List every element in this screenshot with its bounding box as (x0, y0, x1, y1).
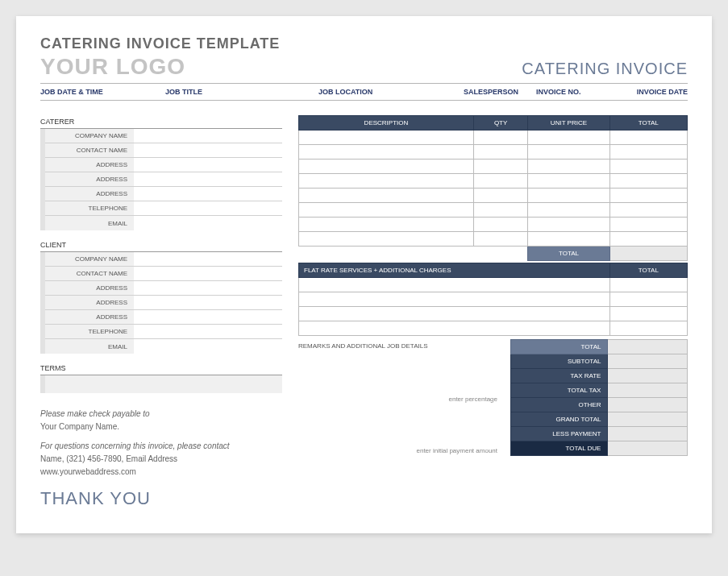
val-total-due[interactable] (608, 441, 688, 456)
val-less-payment[interactable] (608, 427, 688, 441)
client-contact-input[interactable] (134, 267, 282, 280)
col-salesperson: SALESPERSON (464, 88, 536, 96)
caterer-email-input[interactable] (134, 216, 282, 230)
client-contact-row: CONTACT NAME (45, 267, 282, 281)
item-row[interactable] (299, 189, 688, 203)
section-caterer: CATERER (40, 115, 282, 129)
th-qty: QTY (473, 116, 527, 131)
caterer-address3-input[interactable] (134, 187, 282, 201)
item-row[interactable] (299, 232, 688, 247)
th-flat-total: TOTAL (609, 263, 687, 278)
terms-input[interactable] (40, 375, 282, 393)
client-phone-input[interactable] (134, 325, 282, 338)
flat-row[interactable] (299, 321, 688, 336)
client-company-row: COMPANY NAME (45, 252, 282, 267)
flat-row[interactable] (299, 292, 688, 307)
flat-rate-table: FLAT RATE SERVICES + ADDITIONAL CHARGES … (298, 263, 688, 336)
job-header-row: JOB DATE & TIME JOB TITLE JOB LOCATION S… (40, 83, 688, 101)
client-block: COMPANY NAME CONTACT NAME ADDRESS ADDRES… (40, 252, 282, 354)
lbl-total-due: TOTAL DUE (511, 441, 608, 456)
th-description: DESCRIPTION (299, 116, 474, 131)
label-email: EMAIL (45, 220, 134, 227)
label-company: COMPANY NAME (45, 255, 134, 263)
totals-table: TOTAL SUBTOTAL TAX RATE TOTAL TAX OTHER … (510, 339, 688, 456)
th-flat-main: FLAT RATE SERVICES + ADDITIONAL CHARGES (299, 263, 610, 278)
thank-you: THANK YOU (40, 488, 282, 509)
col-invoice-no: INVOICE NO. (536, 88, 617, 96)
remarks-label: REMARKS AND ADDITIONAL JOB DETAILS (298, 342, 502, 350)
hint-percentage: enter percentage (298, 393, 502, 403)
questions-line: For questions concerning this invoice, p… (40, 440, 282, 453)
lbl-subtotal: SUBTOTAL (511, 354, 608, 369)
client-address1-row: ADDRESS (45, 281, 282, 296)
col-job-location: JOB LOCATION (318, 88, 464, 96)
item-row[interactable] (299, 131, 688, 145)
val-other[interactable] (608, 398, 688, 412)
client-address2-input[interactable] (134, 296, 282, 309)
client-address3-row: ADDRESS (45, 310, 282, 325)
caterer-address3-row: ADDRESS (45, 187, 282, 201)
lbl-tax-rate: TAX RATE (511, 369, 608, 383)
val-subtotal[interactable] (608, 354, 688, 369)
val-total-tax[interactable] (608, 383, 688, 398)
label-contact: CONTACT NAME (45, 147, 134, 154)
caterer-company-input[interactable] (134, 129, 282, 143)
payable-company: Your Company Name. (40, 421, 282, 433)
label-address: ADDRESS (45, 284, 134, 292)
th-total: TOTAL (609, 116, 687, 131)
label-telephone: TELEPHONE (45, 205, 134, 212)
caterer-phone-input[interactable] (134, 201, 282, 215)
val-tax-rate[interactable] (608, 369, 688, 383)
item-row[interactable] (299, 218, 688, 232)
section-client: CLIENT (40, 238, 282, 252)
label-address: ADDRESS (45, 190, 134, 197)
client-address1-input[interactable] (134, 281, 282, 295)
hint-payment: enter initial payment amount (298, 445, 502, 454)
col-job-date: JOB DATE & TIME (40, 88, 165, 96)
item-row[interactable] (299, 160, 688, 174)
section-terms: TERMS (40, 362, 282, 375)
flat-row[interactable] (299, 307, 688, 321)
label-company: COMPANY NAME (45, 132, 134, 139)
items-total-label: TOTAL (528, 247, 609, 261)
items-total-row: TOTAL (299, 247, 688, 261)
label-telephone: TELEPHONE (45, 328, 134, 335)
lbl-less-payment: LESS PAYMENT (511, 427, 608, 441)
remarks-column: REMARKS AND ADDITIONAL JOB DETAILS enter… (298, 339, 502, 454)
lbl-total-tax: TOTAL TAX (511, 383, 608, 398)
right-column: DESCRIPTION QTY UNIT PRICE TOTAL (298, 115, 688, 509)
label-contact: CONTACT NAME (45, 270, 134, 277)
caterer-email-row: EMAIL (45, 216, 282, 230)
label-address: ADDRESS (45, 176, 134, 183)
caterer-contact-input[interactable] (134, 143, 282, 157)
flat-row[interactable] (299, 278, 688, 292)
logo-placeholder: YOUR LOGO (40, 54, 185, 80)
client-phone-row: TELEPHONE (45, 325, 282, 339)
client-address3-input[interactable] (134, 310, 282, 324)
val-grand-total[interactable] (608, 412, 688, 427)
col-job-title: JOB TITLE (165, 88, 318, 96)
invoice-label: CATERING INVOICE (522, 60, 688, 78)
caterer-address1-input[interactable] (134, 158, 282, 172)
totals-area: REMARKS AND ADDITIONAL JOB DETAILS enter… (298, 339, 688, 456)
client-email-input[interactable] (134, 339, 282, 354)
items-total-value[interactable] (609, 247, 687, 261)
label-address: ADDRESS (45, 299, 134, 306)
th-unit-price: UNIT PRICE (528, 116, 609, 131)
caterer-contact-row: CONTACT NAME (45, 143, 282, 158)
client-company-input[interactable] (134, 252, 282, 266)
label-address: ADDRESS (45, 161, 134, 168)
col-invoice-date: INVOICE DATE (617, 88, 688, 96)
item-row[interactable] (299, 145, 688, 160)
website-line: www.yourwebaddress.com (40, 466, 282, 479)
val-total[interactable] (608, 340, 688, 354)
item-row[interactable] (299, 174, 688, 189)
logo-row: YOUR LOGO CATERING INVOICE (40, 54, 688, 80)
template-title: CATERING INVOICE TEMPLATE (40, 35, 688, 52)
caterer-address2-input[interactable] (134, 172, 282, 186)
client-email-row: EMAIL (45, 339, 282, 354)
client-address2-row: ADDRESS (45, 296, 282, 310)
caterer-phone-row: TELEPHONE (45, 201, 282, 216)
contact-line: Name, (321) 456-7890, Email Address (40, 453, 282, 466)
item-row[interactable] (299, 203, 688, 218)
